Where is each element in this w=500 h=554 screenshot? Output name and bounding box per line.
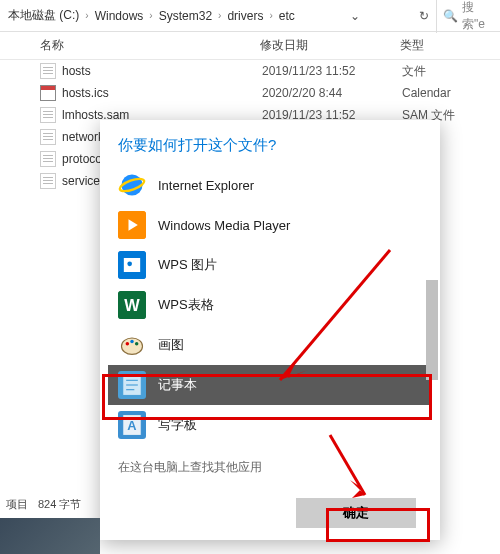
chevron-right-icon: › bbox=[147, 10, 154, 21]
file-type: Calendar bbox=[402, 86, 500, 100]
file-icon bbox=[40, 85, 56, 101]
column-date[interactable]: 修改日期 bbox=[260, 37, 400, 54]
svg-text:W: W bbox=[124, 296, 140, 314]
file-icon bbox=[40, 173, 56, 189]
svg-rect-5 bbox=[124, 258, 140, 272]
chevron-right-icon: › bbox=[216, 10, 223, 21]
app-item-wpspic[interactable]: WPS 图片 bbox=[108, 245, 432, 285]
svg-point-12 bbox=[135, 342, 139, 346]
chevron-right-icon: › bbox=[267, 10, 274, 21]
status-items: 项目 bbox=[6, 497, 28, 512]
app-item-wmp[interactable]: Windows Media Player bbox=[108, 205, 432, 245]
svg-text:A: A bbox=[127, 418, 136, 433]
notepad-icon bbox=[118, 371, 146, 399]
file-row[interactable]: hosts.ics 2020/2/20 8:44 Calendar bbox=[0, 82, 500, 104]
breadcrumb-item[interactable]: etc bbox=[275, 9, 299, 23]
wpssheet-icon: W bbox=[118, 291, 146, 319]
search-input[interactable]: 🔍 搜索"e bbox=[436, 0, 496, 33]
app-list: Internet Explorer Windows Media Player W… bbox=[100, 165, 440, 445]
search-placeholder: 搜索"e bbox=[462, 0, 496, 33]
file-icon bbox=[40, 107, 56, 123]
breadcrumb-item[interactable]: 本地磁盘 (C:) bbox=[4, 7, 83, 24]
wmp-icon bbox=[118, 211, 146, 239]
file-type: 文件 bbox=[402, 63, 500, 80]
breadcrumb-item[interactable]: Windows bbox=[91, 9, 148, 23]
app-label: 画图 bbox=[158, 336, 184, 354]
app-label: 记事本 bbox=[158, 376, 197, 394]
wpspic-icon bbox=[118, 251, 146, 279]
dialog-title: 你要如何打开这个文件? bbox=[100, 120, 440, 165]
app-label: Windows Media Player bbox=[158, 218, 290, 233]
wordpad-icon: A bbox=[118, 411, 146, 439]
file-date: 2020/2/20 8:44 bbox=[262, 86, 402, 100]
refresh-icon[interactable]: ↻ bbox=[412, 5, 436, 27]
file-name: hosts bbox=[62, 64, 262, 78]
status-bar: 项目 824 字节 bbox=[0, 493, 87, 516]
file-icon bbox=[40, 129, 56, 145]
chevron-right-icon: › bbox=[83, 10, 90, 21]
app-item-wpssheet[interactable]: W WPS表格 bbox=[108, 285, 432, 325]
app-item-ie[interactable]: Internet Explorer bbox=[108, 165, 432, 205]
paint-icon bbox=[118, 331, 146, 359]
search-icon: 🔍 bbox=[443, 9, 458, 23]
app-label: 写字板 bbox=[158, 416, 197, 434]
column-type[interactable]: 类型 bbox=[400, 37, 500, 54]
breadcrumb[interactable]: 本地磁盘 (C:) › Windows › System32 › drivers… bbox=[0, 0, 500, 32]
svg-point-10 bbox=[126, 342, 129, 346]
column-name[interactable]: 名称 bbox=[0, 37, 260, 54]
taskbar-preview bbox=[0, 518, 100, 554]
breadcrumb-item[interactable]: drivers bbox=[223, 9, 267, 23]
open-with-dialog: 你要如何打开这个文件? Internet Explorer Windows Me… bbox=[100, 120, 440, 540]
svg-point-11 bbox=[130, 340, 134, 344]
column-header-row: 名称 修改日期 类型 bbox=[0, 32, 500, 60]
app-label: Internet Explorer bbox=[158, 178, 254, 193]
app-item-wordpad[interactable]: A 写字板 bbox=[108, 405, 432, 445]
dropdown-icon[interactable]: ⌄ bbox=[343, 5, 367, 27]
file-date: 2019/11/23 11:52 bbox=[262, 64, 402, 78]
breadcrumb-item[interactable]: System32 bbox=[155, 9, 216, 23]
ie-icon bbox=[118, 171, 146, 199]
app-item-notepad[interactable]: 记事本 bbox=[108, 365, 432, 405]
status-size: 824 字节 bbox=[38, 497, 81, 512]
file-icon bbox=[40, 63, 56, 79]
app-label: WPS 图片 bbox=[158, 256, 217, 274]
app-item-paint[interactable]: 画图 bbox=[108, 325, 432, 365]
scrollbar-thumb[interactable] bbox=[426, 280, 438, 380]
svg-point-6 bbox=[127, 262, 132, 267]
file-name: hosts.ics bbox=[62, 86, 262, 100]
ok-button[interactable]: 确定 bbox=[296, 498, 416, 528]
file-icon bbox=[40, 151, 56, 167]
more-apps-link[interactable]: 在这台电脑上查找其他应用 bbox=[100, 445, 440, 490]
app-label: WPS表格 bbox=[158, 296, 214, 314]
file-row[interactable]: hosts 2019/11/23 11:52 文件 bbox=[0, 60, 500, 82]
